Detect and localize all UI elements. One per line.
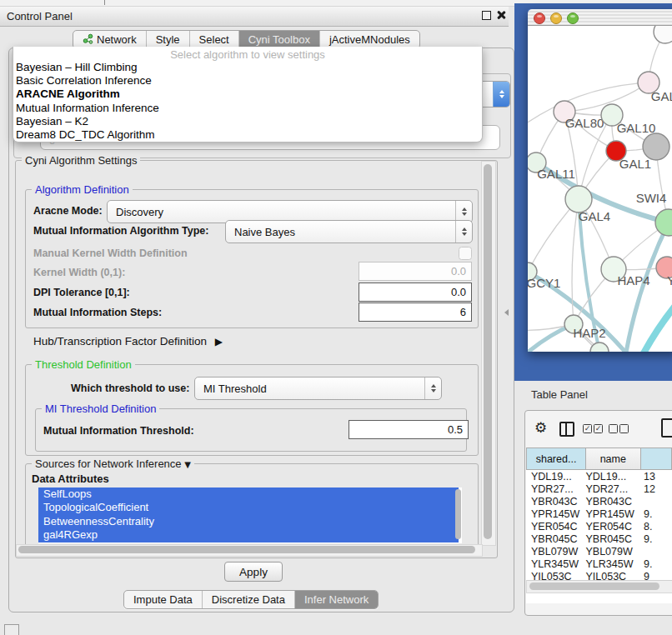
node-label: GCY1 — [528, 276, 560, 290]
network-node[interactable] — [654, 26, 672, 43]
dpi-tolerance-field[interactable]: 0.0 — [359, 282, 472, 302]
application-window: Control Panel NetworkStyleSelectCyni Too… — [0, 0, 672, 635]
group-title: MI Threshold Definition — [42, 402, 159, 415]
table-row[interactable]: YER054CYER054C8. — [526, 520, 672, 532]
split-view-icon[interactable] — [559, 422, 574, 437]
collapse-panel-arrow-icon[interactable] — [504, 309, 509, 316]
table-cell: YDL19... — [585, 471, 635, 482]
tab-discretize-data[interactable]: Discretize Data — [202, 591, 294, 608]
table-row[interactable]: YBL079WYBL079W — [526, 546, 672, 558]
tab-label: jActiveMNodules — [329, 33, 410, 46]
dropdown-item[interactable]: Mutual Information Inference — [13, 102, 482, 115]
tab-infer-network[interactable]: Infer Network — [294, 591, 378, 608]
tab-style[interactable]: Style — [146, 31, 189, 48]
apply-button[interactable]: Apply — [224, 562, 283, 582]
mi-threshold-label: Mutual Information Threshold: — [43, 425, 194, 437]
table-hscrollbar[interactable] — [526, 580, 672, 593]
node-label: HAP2 — [573, 326, 605, 340]
attribute-list-item[interactable]: TopologicalCoefficient — [38, 501, 459, 514]
document-icon[interactable] — [661, 418, 672, 438]
group-title: Algorithm Definition — [32, 183, 133, 196]
table-row[interactable]: YBR045CYBR045C9. — [526, 532, 672, 545]
table-row[interactable]: YLR345WYLR345W9. — [526, 558, 672, 571]
tab-cyni-toolbox[interactable]: Cyni Toolbox — [238, 31, 319, 48]
close-traffic-light-icon[interactable] — [534, 12, 545, 24]
tab-jactivemnodules[interactable]: jActiveMNodules — [319, 31, 419, 48]
tab-impute-data[interactable]: Impute Data — [124, 591, 202, 608]
table-cell: YLR345W — [526, 558, 585, 570]
node-label: GAL11 — [537, 167, 575, 181]
tab-network[interactable]: Network — [73, 31, 146, 48]
network-window-titlebar[interactable] — [528, 9, 672, 26]
table-cell: 9. — [635, 533, 672, 545]
table-cell: YBR045C — [526, 533, 585, 545]
node-label: GAL80 — [565, 116, 604, 130]
mi-threshold-field[interactable]: 0.5 — [349, 420, 469, 439]
network-canvas[interactable]: GAL7GAL80GAL10GAL1GAL11GAL4SWI4GCY1HAP4Y… — [528, 26, 672, 352]
table-header[interactable]: shared...name — [526, 448, 672, 470]
table-row[interactable]: YDL19...YDL19...13 — [526, 470, 672, 482]
tab-select[interactable]: Select — [189, 31, 238, 48]
node-label: GAL1 — [619, 157, 651, 171]
which-threshold-combo[interactable]: MI Threshold — [194, 377, 442, 400]
attribute-list-item[interactable]: gal4RGexp — [38, 528, 459, 542]
node-label: Y — [667, 273, 672, 288]
combo-stepper-icon — [424, 378, 441, 399]
gear-icon[interactable]: ⚙ — [534, 419, 547, 436]
unchecked-box-icon[interactable] — [609, 424, 618, 433]
combo-stepper-icon — [455, 221, 472, 242]
attribute-list-item[interactable]: BetweennessCentrality — [38, 515, 459, 528]
column-header[interactable]: shared... — [526, 448, 586, 470]
node-label: SWI4 — [636, 191, 667, 205]
dropdown-item[interactable]: Dream8 DC_TDC Algorithm — [13, 128, 482, 142]
zoom-traffic-light-icon[interactable] — [567, 12, 579, 24]
dropdown-item[interactable]: ARACNE Algorithm — [13, 88, 482, 101]
column-header[interactable] — [641, 448, 672, 470]
dropdown-item[interactable]: Bayesian – K2 — [13, 115, 482, 128]
list-scrollbar[interactable] — [455, 489, 461, 539]
checked-box-icon[interactable]: ✓ — [583, 424, 592, 433]
float-window-icon[interactable] — [482, 11, 491, 20]
mi-type-label: Mutual Information Algorithm Type: — [33, 225, 208, 237]
table-row[interactable]: YPR145WYPR145W9. — [526, 508, 672, 520]
network-edge[interactable] — [637, 298, 672, 352]
table-cell: YBR043C — [526, 496, 585, 508]
mi-algorithm-type-combo[interactable]: Naive Bayes — [225, 220, 473, 243]
dropdown-item[interactable]: Bayesian – Hill Climbing — [13, 61, 482, 74]
group-title: Sources for Network Inference ▼ — [32, 458, 194, 470]
unchecked-box-icon[interactable] — [619, 424, 629, 433]
table-cell: YDR27... — [585, 483, 635, 495]
network-node-swi4[interactable] — [655, 209, 672, 236]
column-header[interactable]: name — [586, 448, 640, 470]
table-row[interactable]: YBR043CYBR043C — [526, 495, 672, 508]
settings-vscrollbar-thumb[interactable] — [484, 164, 492, 539]
table-cell: YER054C — [585, 521, 635, 532]
panel-dock-icon[interactable] — [4, 624, 19, 635]
attribute-list-item[interactable]: SelfLoops — [38, 488, 459, 501]
table-cell: YLR345W — [585, 558, 635, 570]
table-cell: YDL19... — [526, 471, 585, 482]
aracne-mode-label: Aracne Mode: — [33, 205, 103, 217]
manual-kernel-checkbox[interactable] — [459, 247, 472, 260]
network-node[interactable] — [643, 133, 669, 160]
table-cell: 12 — [635, 483, 672, 495]
settings-hscrollbar-thumb[interactable] — [18, 546, 475, 553]
minimize-traffic-light-icon[interactable] — [550, 12, 562, 24]
data-attributes-label: Data Attributes — [32, 472, 109, 485]
table-row[interactable]: YDR27...YDR27...12 — [526, 482, 672, 495]
group-title: Threshold Definition — [32, 358, 135, 371]
tab-label: Infer Network — [304, 593, 369, 606]
table-hscrollbar-thumb[interactable] — [529, 582, 659, 590]
checked-box-icon[interactable]: ✓ — [594, 424, 603, 433]
dropdown-prompt: Select algorithm to view settings — [13, 47, 482, 61]
hub-definition-expander[interactable]: Hub/Transcription Factor Definition ▶ — [33, 335, 223, 348]
dropdown-item[interactable]: Basic Correlation Inference — [13, 74, 482, 88]
mi-steps-field[interactable]: 6 — [359, 302, 472, 322]
kernel-width-field[interactable]: 0.0 — [359, 262, 472, 281]
close-icon[interactable] — [496, 10, 506, 20]
node-label: HAP4 — [617, 273, 649, 288]
table-cell: YDR27... — [526, 483, 585, 495]
collapse-arrow-icon: ▼ — [184, 460, 191, 469]
cyni-bottom-tabs: Impute DataDiscretize DataInfer Network — [123, 590, 379, 609]
data-attributes-list[interactable]: SelfLoopsTopologicalCoefficientBetweenne… — [38, 488, 462, 543]
